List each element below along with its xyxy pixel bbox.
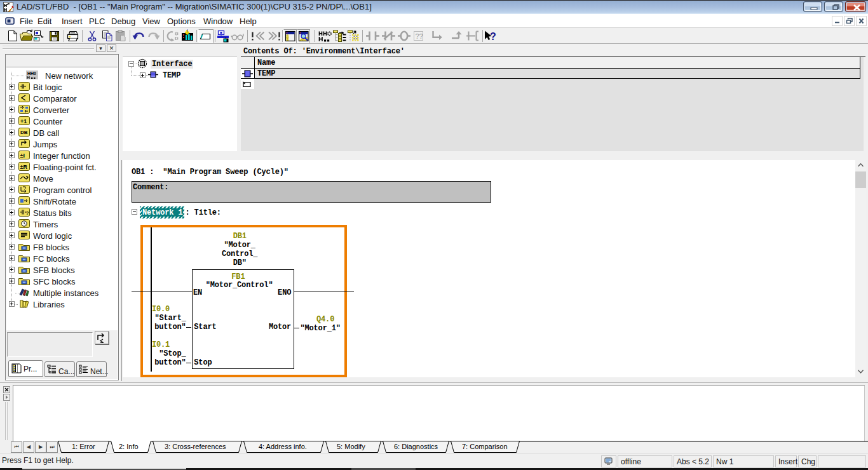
svg-text:7: Comparison: 7: Comparison <box>462 443 508 450</box>
svg-text:1: Error: 1: Error <box>72 443 95 450</box>
svg-text:HH0: HH0 <box>27 71 36 76</box>
svg-text:3: Cross-references: 3: Cross-references <box>165 443 226 450</box>
svg-text:?: ? <box>26 210 29 216</box>
svg-text:6: Diagnostics: 6: Diagnostics <box>394 443 438 450</box>
svg-text:2: Info: 2: Info <box>119 443 139 450</box>
svg-text:+1: +1 <box>20 118 27 124</box>
svg-text:4: Address info.: 4: Address info. <box>259 443 307 450</box>
svg-text:??: ?? <box>416 32 423 40</box>
svg-text:±I: ±I <box>20 152 25 159</box>
svg-text:DB: DB <box>20 130 28 135</box>
svg-text:5: Modify: 5: Modify <box>337 443 365 450</box>
svg-text:±R: ±R <box>20 164 28 170</box>
svg-text:?: ? <box>490 31 496 42</box>
